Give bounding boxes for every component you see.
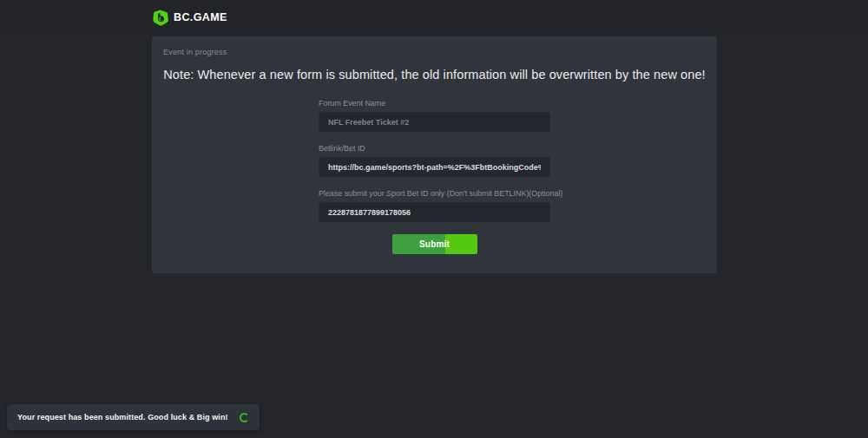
forum-event-name-group: Forum Event Name [319,98,550,132]
betlink-input[interactable] [319,157,550,177]
event-form-card: Event in progress Note: Whenever a new f… [152,36,717,273]
bcgame-logo[interactable]: BC.GAME [153,10,227,26]
toast-notification: Your request has been submitted. Good lu… [7,404,260,430]
betlink-label: Betlink/Bet ID [319,143,550,154]
forum-event-name-label: Forum Event Name [319,98,550,108]
submit-button[interactable]: Submit [392,234,477,254]
spinner-icon [240,413,249,422]
submit-row: Submit [319,234,550,254]
sport-bet-id-label: Please submit your Sport Bet ID only (Do… [319,188,550,199]
logo-text: BC.GAME [174,11,227,23]
sport-bet-id-input[interactable] [319,202,550,222]
betlink-group: Betlink/Bet ID [319,143,550,177]
bcgame-logo-icon [153,10,168,26]
event-form: Forum Event Name Betlink/Bet ID Please s… [319,98,550,254]
forum-event-name-input[interactable] [319,112,550,132]
event-status-label: Event in progress [163,48,717,56]
overwrite-note: Note: Whenever a new form is submitted, … [152,68,717,82]
app-header: BC.GAME [0,0,868,35]
toast-message: Your request has been submitted. Good lu… [17,413,228,422]
sport-bet-id-group: Please submit your Sport Bet ID only (Do… [319,188,550,222]
